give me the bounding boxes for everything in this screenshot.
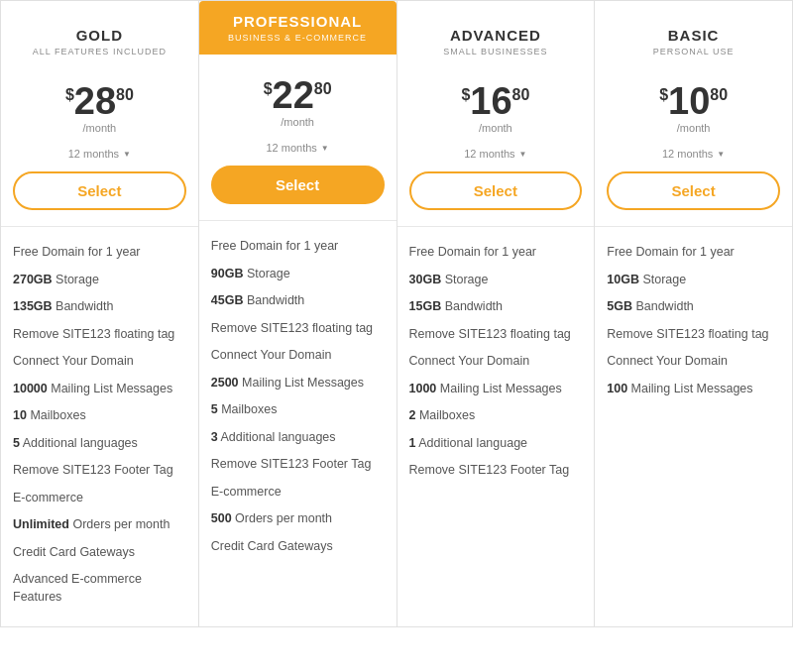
plan-name-basic: BASIC [611,27,776,44]
currency-advanced: $ [461,86,470,104]
feature-item: Remove SITE123 Footer Tag [211,451,385,479]
feature-item: 45GB Bandwidth [211,287,385,315]
divider-basic [595,226,792,227]
price-section-professional: $2280/month [211,62,385,134]
feature-list-advanced: Free Domain for 1 year30GB Storage15GB B… [409,239,583,485]
feature-item: 5GB Bandwidth [607,293,780,321]
feature-item: Remove SITE123 Footer Tag [409,457,583,485]
divider-advanced [397,226,595,227]
billing-period-advanced[interactable]: 12 months ▼ [409,148,583,160]
select-button-basic[interactable]: Select [607,171,780,210]
per-month-gold: /month [13,122,186,134]
per-month-advanced: /month [409,122,583,134]
feature-item: 500 Orders per month [211,505,385,533]
price-cents-gold: 80 [116,86,134,104]
feature-item: Credit Card Gateways [13,539,186,567]
feature-list-gold: Free Domain for 1 year270GB Storage135GB… [13,239,186,611]
divider-professional [199,220,396,221]
plan-header-professional: PROFESSIONALBUSINESS & E-COMMERCE [199,1,396,55]
plan-header-gold: GOLDALL FEATURES INCLUDED [13,17,186,68]
plan-gold: GOLDALL FEATURES INCLUDED$2880/month12 m… [1,1,199,626]
per-month-professional: /month [211,116,385,128]
feature-item: Remove SITE123 floating tag [409,321,583,349]
dropdown-arrow-gold: ▼ [123,150,131,159]
billing-period-professional[interactable]: 12 months ▼ [211,142,385,154]
feature-item: 1000 Mailing List Messages [409,376,583,403]
dropdown-arrow-basic: ▼ [717,150,725,159]
feature-item: Connect Your Domain [409,348,583,376]
feature-item: 2500 Mailing List Messages [211,370,385,397]
price-main-professional: 22 [273,76,314,114]
feature-item: Remove SITE123 floating tag [607,321,780,349]
feature-list-professional: Free Domain for 1 year90GB Storage45GB B… [211,233,385,560]
plan-subtitle-gold: ALL FEATURES INCLUDED [17,47,182,56]
feature-item: E-commerce [13,485,186,512]
plan-header-basic: BASICPERSONAL USE [607,17,780,68]
plan-name-advanced: ADVANCED [413,27,579,44]
feature-item: Credit Card Gateways [211,533,385,561]
feature-item: Free Domain for 1 year [13,239,186,267]
dropdown-arrow-advanced: ▼ [519,150,527,159]
feature-item: Free Domain for 1 year [607,239,780,267]
price-cents-advanced: 80 [512,86,530,104]
plan-name-gold: GOLD [17,27,182,44]
price-cents-basic: 80 [710,86,728,104]
feature-item: 30GB Storage [409,267,583,294]
price-main-basic: 10 [668,82,710,120]
plan-header-advanced: ADVANCEDSMALL BUSINESSES [409,17,583,68]
feature-item: Unlimited Orders per month [13,511,186,539]
plan-subtitle-professional: BUSINESS & E-COMMERCE [203,33,393,43]
price-cents-professional: 80 [314,80,332,98]
feature-item: E-commerce [211,479,385,506]
feature-item: Remove SITE123 floating tag [13,321,186,349]
plan-professional: PROFESSIONALBUSINESS & E-COMMERCE$2280/m… [199,1,397,626]
dropdown-arrow-professional: ▼ [321,144,329,153]
divider-gold [1,226,198,227]
price-main-gold: 28 [74,82,116,120]
feature-item: 5 Additional languages [13,430,186,458]
feature-item: 270GB Storage [13,267,186,294]
currency-gold: $ [65,86,74,104]
feature-item: Connect Your Domain [211,342,385,370]
price-main-advanced: 16 [470,82,511,120]
feature-item: 100 Mailing List Messages [607,376,780,403]
feature-item: 10 Mailboxes [13,402,186,430]
feature-item: 10GB Storage [607,267,780,294]
feature-item: Remove SITE123 Footer Tag [13,457,186,485]
feature-item: Remove SITE123 floating tag [211,315,385,343]
feature-item: 1 Additional language [409,430,583,458]
plan-basic: BASICPERSONAL USE$1080/month12 months ▼S… [595,1,792,626]
feature-list-basic: Free Domain for 1 year10GB Storage5GB Ba… [607,239,780,402]
pricing-table: GOLDALL FEATURES INCLUDED$2880/month12 m… [0,0,793,627]
price-section-gold: $2880/month [13,68,186,140]
price-section-advanced: $1680/month [409,68,583,140]
plan-subtitle-basic: PERSONAL USE [611,47,776,56]
feature-item: 2 Mailboxes [409,402,583,430]
per-month-basic: /month [607,122,780,134]
plan-name-professional: PROFESSIONAL [203,13,393,30]
plan-advanced: ADVANCEDSMALL BUSINESSES$1680/month12 mo… [397,1,596,626]
select-button-gold[interactable]: Select [13,171,186,210]
currency-basic: $ [659,86,668,104]
feature-item: Connect Your Domain [607,348,780,376]
feature-item: Connect Your Domain [13,348,186,376]
price-section-basic: $1080/month [607,68,780,140]
feature-item: 135GB Bandwidth [13,293,186,321]
feature-item: 3 Additional languages [211,424,385,452]
select-button-advanced[interactable]: Select [409,171,583,210]
feature-item: Advanced E-commerce Features [13,566,186,611]
billing-period-gold[interactable]: 12 months ▼ [13,148,186,160]
plan-subtitle-advanced: SMALL BUSINESSES [413,47,579,56]
currency-professional: $ [264,80,273,98]
feature-item: Free Domain for 1 year [211,233,385,261]
feature-item: 5 Mailboxes [211,396,385,424]
feature-item: 15GB Bandwidth [409,293,583,321]
select-button-professional[interactable]: Select [211,166,385,204]
billing-period-basic[interactable]: 12 months ▼ [607,148,780,160]
feature-item: Free Domain for 1 year [409,239,583,267]
feature-item: 90GB Storage [211,261,385,288]
feature-item: 10000 Mailing List Messages [13,376,186,403]
